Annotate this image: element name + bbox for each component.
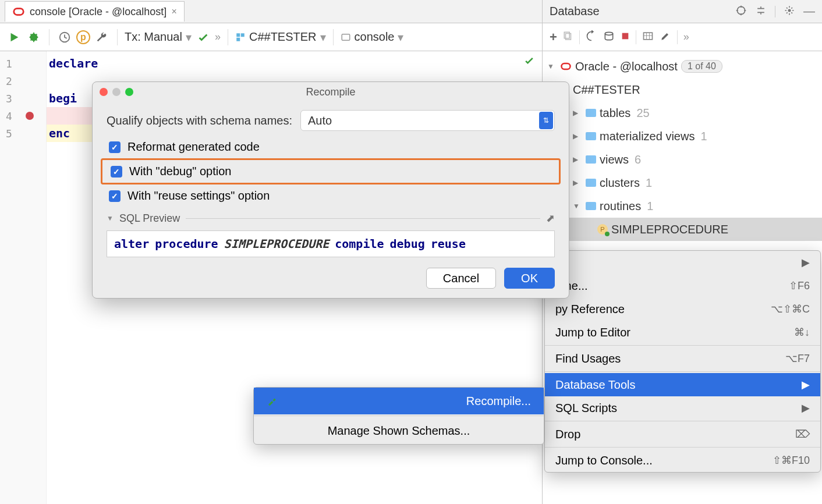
svg-rect-12 xyxy=(622,33,629,40)
close-icon[interactable]: × xyxy=(171,6,176,17)
folder-icon xyxy=(586,179,596,187)
qualify-label: Qualify objects with schema names: xyxy=(107,114,292,127)
tree-schema[interactable]: C##TESTER xyxy=(543,78,822,101)
context-menu: w▶ ame...⇧F6 py Reference⌥⇧⌘C Jump to Ed… xyxy=(544,250,821,473)
add-icon[interactable]: + xyxy=(550,30,557,45)
checkbox-checked-icon: ✓ xyxy=(109,141,121,153)
edit-icon[interactable] xyxy=(660,30,671,44)
tx-mode-dropdown[interactable]: Tx: Manual ▾ xyxy=(125,30,192,44)
reuse-checkbox-row[interactable]: ✓ With "reuse settings" option xyxy=(107,189,555,203)
ctx-item-database-tools[interactable]: Database Tools▶ xyxy=(545,373,820,396)
history-icon[interactable] xyxy=(56,29,73,45)
hammer-icon xyxy=(267,396,277,406)
wrench-icon[interactable] xyxy=(94,29,110,45)
sync-icon[interactable] xyxy=(603,30,615,44)
checkbox-checked-icon: ✓ xyxy=(111,166,122,178)
sql-preview-label: SQL Preview xyxy=(119,212,180,225)
checkbox-checked-icon: ✓ xyxy=(109,190,121,202)
copy-icon[interactable] xyxy=(563,31,573,43)
folder-icon xyxy=(586,132,596,140)
tree-routine-selected[interactable]: P SIMPLEPROCEDURE xyxy=(543,218,822,241)
schema-dropdown[interactable]: C##TESTER ▾ xyxy=(235,30,326,44)
svg-rect-5 xyxy=(236,37,240,41)
p-icon[interactable]: p xyxy=(76,30,90,44)
editor-toolbar: p Tx: Manual ▾ » C##TESTER ▾ console ▾ xyxy=(0,23,542,51)
stop-icon[interactable] xyxy=(621,31,630,42)
window-minimize-icon[interactable] xyxy=(112,88,121,96)
procedure-icon: P xyxy=(597,224,608,235)
gear-icon[interactable] xyxy=(784,5,795,18)
cancel-button[interactable]: Cancel xyxy=(426,268,496,289)
tab-title: console [Oracle - @localhost] xyxy=(30,6,166,18)
ctx-item-find-usages[interactable]: Find Usages⌥F7 xyxy=(545,347,820,370)
svg-rect-4 xyxy=(241,33,245,37)
tree-folder-clusters[interactable]: ▶clusters1 xyxy=(543,171,822,194)
svg-point-8 xyxy=(788,9,791,12)
recompile-dialog: Recompile Qualify objects with schema na… xyxy=(92,81,569,299)
debug-icon[interactable] xyxy=(26,29,42,45)
console-dropdown[interactable]: console ▾ xyxy=(341,30,404,44)
database-tools-submenu: Recompile... Manage Shown Schemas... xyxy=(253,387,544,445)
tree-folder-tables[interactable]: ▶tables25 xyxy=(543,101,822,125)
ctx-item-copy-ref[interactable]: py Reference⌥⇧⌘C xyxy=(545,297,820,321)
qualify-select[interactable]: Auto ⇅ xyxy=(300,110,555,131)
svg-rect-14 xyxy=(562,63,571,69)
editor-tab[interactable]: console [Oracle - @localhost] × xyxy=(5,1,185,22)
ctx-item-new[interactable]: w▶ xyxy=(545,251,820,274)
window-zoom-icon[interactable] xyxy=(125,88,133,96)
reformat-checkbox-row[interactable]: ✓ Reformat generated code xyxy=(107,140,555,154)
database-toolbar: + » xyxy=(543,23,822,51)
tree-folder-routines[interactable]: ▼routines1 xyxy=(543,194,822,218)
submenu-manage-schemas[interactable]: Manage Shown Schemas... xyxy=(254,417,544,444)
more-icon[interactable]: » xyxy=(215,31,221,43)
svg-point-11 xyxy=(605,32,612,35)
tree-folder-views[interactable]: ▶views6 xyxy=(543,148,822,171)
target-icon[interactable] xyxy=(735,5,747,18)
svg-rect-0 xyxy=(14,9,24,15)
tree-datasource[interactable]: ▼ Oracle - @localhost 1 of 40 xyxy=(543,55,822,78)
oracle-icon xyxy=(12,5,25,18)
collapse-icon[interactable] xyxy=(755,5,767,18)
console-icon xyxy=(341,32,351,42)
table-icon[interactable] xyxy=(642,30,654,44)
panel-title: Database xyxy=(550,5,600,18)
ctx-item-jump-editor[interactable]: Jump to Editor⌘↓ xyxy=(545,321,820,344)
ctx-item-sql-scripts[interactable]: SQL Scripts▶ xyxy=(545,396,820,420)
gutter: 1 2 3 4 5 xyxy=(0,51,47,504)
refresh-icon[interactable] xyxy=(586,30,597,44)
database-panel-header: Database — xyxy=(543,0,822,23)
debug-checkbox-row[interactable]: ✓ With "debug" option xyxy=(108,165,553,178)
svg-rect-13 xyxy=(643,33,652,40)
external-link-icon[interactable]: ⬈ xyxy=(546,212,555,225)
breakpoint-marker[interactable]: 4 xyxy=(0,107,46,125)
folder-icon xyxy=(586,109,596,117)
commit-icon[interactable] xyxy=(195,29,211,45)
more-icon[interactable]: » xyxy=(683,31,689,43)
folder-icon xyxy=(586,202,596,210)
tree-folder-matviews[interactable]: ▶materialized views1 xyxy=(543,125,822,148)
oracle-icon xyxy=(560,61,572,72)
submenu-recompile[interactable]: Recompile... xyxy=(254,388,544,414)
ctx-item-jump-console[interactable]: Jump to Console...⇧⌘F10 xyxy=(545,449,820,472)
inspection-ok-icon[interactable] xyxy=(523,55,535,68)
ctx-item-drop[interactable]: Drop⌦ xyxy=(545,423,820,446)
debug-option-highlight: ✓ With "debug" option xyxy=(101,158,561,184)
schema-icon xyxy=(235,32,246,42)
folder-icon xyxy=(586,155,596,164)
sql-preview-box: alter procedure SIMPLEPROCEDURE compile … xyxy=(107,230,555,257)
svg-rect-6 xyxy=(342,34,350,40)
dialog-title: Recompile xyxy=(93,86,569,98)
editor-tab-bar: console [Oracle - @localhost] × xyxy=(0,0,542,23)
svg-point-7 xyxy=(737,6,745,14)
svg-rect-3 xyxy=(236,33,240,37)
window-close-icon[interactable] xyxy=(100,88,108,96)
chevron-updown-icon: ⇅ xyxy=(539,112,553,129)
count-badge: 1 of 40 xyxy=(681,60,722,73)
ctx-item-rename[interactable]: ame...⇧F6 xyxy=(545,274,820,297)
run-icon[interactable] xyxy=(6,29,22,45)
ok-button[interactable]: OK xyxy=(504,268,555,289)
hide-icon[interactable]: — xyxy=(803,5,815,18)
